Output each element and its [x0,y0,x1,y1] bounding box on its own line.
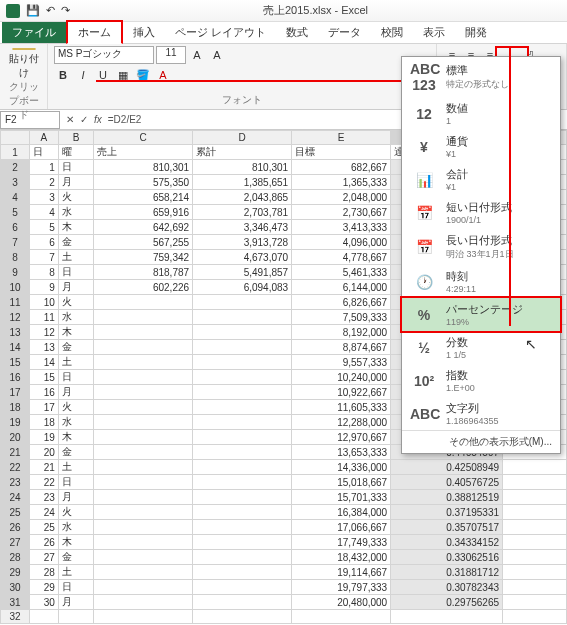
cell[interactable]: 25 [29,520,58,535]
cell-selected[interactable]: 0.38812519 [391,490,503,505]
cell[interactable]: 水 [58,310,93,325]
cell[interactable] [94,325,193,340]
cell[interactable] [503,595,567,610]
cell[interactable] [94,490,193,505]
cell[interactable] [94,565,193,580]
bold-button[interactable]: B [54,66,72,84]
tab-developer[interactable]: 開発 [455,22,497,43]
cell[interactable] [193,475,292,490]
increase-font-icon[interactable]: A [188,46,206,64]
row-header[interactable]: 28 [1,550,30,565]
number-format-item[interactable]: 🕐 時刻 4:29:11 [402,265,560,298]
cell[interactable] [94,580,193,595]
col-header-A[interactable]: A [29,131,58,145]
col-header-C[interactable]: C [94,131,193,145]
cell[interactable]: 12,288,000 [292,415,391,430]
cell[interactable] [193,415,292,430]
cell[interactable]: 11 [29,310,58,325]
cell[interactable]: 7 [29,250,58,265]
cell[interactable]: 17 [29,400,58,415]
cell[interactable]: 日 [58,580,93,595]
cell[interactable]: 575,350 [94,175,193,190]
cell[interactable]: 6,144,000 [292,280,391,295]
redo-icon[interactable]: ↷ [61,4,70,17]
tab-review[interactable]: 校閲 [371,22,413,43]
cell[interactable] [193,580,292,595]
row-header[interactable]: 21 [1,445,30,460]
cell[interactable]: 3,346,473 [193,220,292,235]
cell[interactable]: 1,385,651 [193,175,292,190]
tab-insert[interactable]: 挿入 [123,22,165,43]
cell[interactable]: 818,787 [94,265,193,280]
row-header[interactable]: 14 [1,340,30,355]
number-format-item[interactable]: ¥ 通貨 ¥1 [402,130,560,163]
cell[interactable]: 14,336,000 [292,460,391,475]
cell[interactable]: 日 [58,475,93,490]
row-header[interactable]: 2 [1,160,30,175]
row-header[interactable]: 19 [1,415,30,430]
cell[interactable] [193,535,292,550]
cell[interactable]: 土 [58,250,93,265]
col-header-D[interactable]: D [193,131,292,145]
cell[interactable]: 5,491,857 [193,265,292,280]
cell[interactable]: 目標 [292,145,391,160]
cell[interactable]: 2 [29,175,58,190]
cell[interactable]: 火 [58,295,93,310]
row-header[interactable]: 31 [1,595,30,610]
cell[interactable]: 682,667 [292,160,391,175]
cell[interactable]: 月 [58,490,93,505]
cell[interactable] [503,565,567,580]
cell[interactable]: 16 [29,385,58,400]
cell[interactable]: 土 [58,460,93,475]
cell[interactable] [193,505,292,520]
cell[interactable]: 20,480,000 [292,595,391,610]
undo-icon[interactable]: ↶ [46,4,55,17]
cell[interactable]: 5,461,333 [292,265,391,280]
tab-formulas[interactable]: 数式 [276,22,318,43]
cell[interactable] [193,430,292,445]
number-format-item[interactable]: ABC 文字列 1.186964355 [402,397,560,430]
cell[interactable]: 土 [58,565,93,580]
row-header[interactable]: 4 [1,190,30,205]
cell[interactable]: 658,214 [94,190,193,205]
row-header[interactable]: 13 [1,325,30,340]
row-header[interactable]: 18 [1,400,30,415]
cell[interactable]: 6,094,083 [193,280,292,295]
tab-pagelayout[interactable]: ページ レイアウト [165,22,276,43]
cell[interactable] [193,385,292,400]
cancel-icon[interactable]: ✕ [66,114,74,125]
number-format-item[interactable]: 12 数値 1 [402,97,560,130]
row-header[interactable]: 30 [1,580,30,595]
cell[interactable] [94,460,193,475]
cell[interactable] [193,550,292,565]
cell[interactable]: 月 [58,280,93,295]
row-header[interactable]: 25 [1,505,30,520]
cell[interactable]: 9 [29,280,58,295]
cell-selected[interactable]: 0.37195331 [391,505,503,520]
cell[interactable]: 4,778,667 [292,250,391,265]
cell[interactable]: 8,192,000 [292,325,391,340]
cell[interactable]: 18,432,000 [292,550,391,565]
cell[interactable]: 15 [29,370,58,385]
cell[interactable]: 月 [58,595,93,610]
cell[interactable]: 14 [29,355,58,370]
cell[interactable]: 金 [58,235,93,250]
paste-icon[interactable] [12,48,36,50]
cell[interactable]: 売上 [94,145,193,160]
cell[interactable]: 12,970,667 [292,430,391,445]
cell[interactable] [193,295,292,310]
cell[interactable]: 659,916 [94,205,193,220]
cell[interactable] [193,490,292,505]
col-header-B[interactable]: B [58,131,93,145]
cell[interactable]: 10,240,000 [292,370,391,385]
cell[interactable]: 火 [58,190,93,205]
number-format-item[interactable]: 10² 指数 1.E+00 [402,364,560,397]
cell[interactable] [94,415,193,430]
cell[interactable]: 7,509,333 [292,310,391,325]
row-header[interactable]: 15 [1,355,30,370]
cell[interactable]: 木 [58,220,93,235]
cell[interactable] [94,520,193,535]
cell[interactable] [503,490,567,505]
row-header[interactable]: 23 [1,475,30,490]
tab-file[interactable]: ファイル [2,22,66,43]
